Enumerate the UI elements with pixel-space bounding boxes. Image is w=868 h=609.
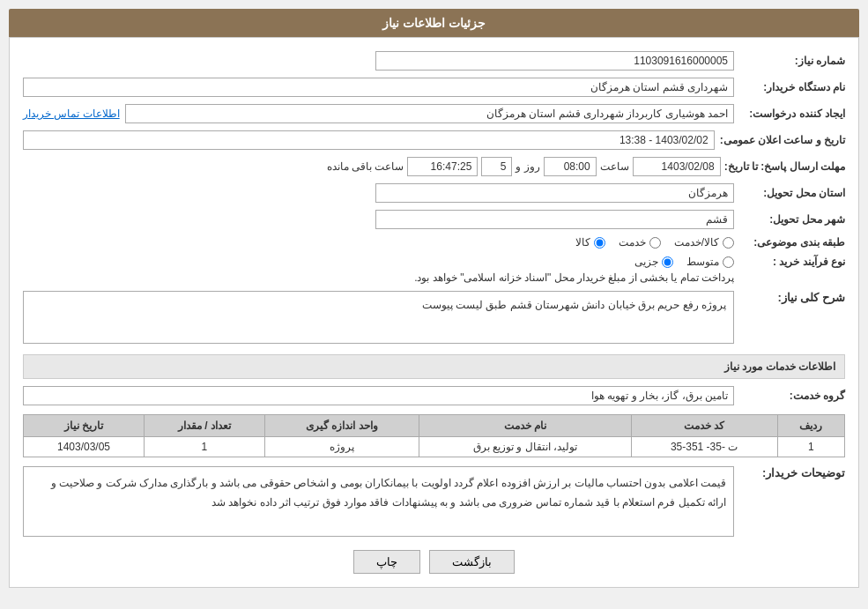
deadline-days-label: روز و [516, 160, 539, 173]
col-service-name: نام خدمت [419, 415, 631, 437]
announce-date-value: 1403/02/02 - 13:38 [23, 130, 715, 150]
buyer-org-label: نام دستگاه خریدار: [739, 81, 845, 93]
col-row-num: ردیف [777, 415, 844, 437]
province-value: هرمزگان [375, 183, 735, 203]
need-desc-label: شرح کلی نیاز: [739, 291, 845, 304]
services-table-section: ردیف کد خدمت نام خدمت واحد اندازه گیری ت… [23, 414, 845, 457]
city-value: قشم [375, 210, 735, 229]
category-option-khedmat[interactable]: خدمت [619, 236, 661, 249]
purchase-type-radio-group: متوسط جزیی [23, 256, 734, 268]
back-button[interactable]: بازگشت [429, 550, 515, 574]
buyer-org-value: شهرداری قشم استان هرمزگان [23, 78, 734, 97]
table-row: 1 ت -35- 351-35 تولید، انتقال و توزیع بر… [24, 437, 845, 457]
need-number-label: شماره نیاز: [739, 55, 845, 67]
cell-quantity: 1 [144, 437, 264, 457]
city-label: شهر محل تحویل: [739, 213, 845, 226]
category-kala-label: کالا [575, 236, 590, 249]
deadline-date: 1403/02/08 [633, 157, 721, 176]
deadline-remain: 16:47:25 [407, 157, 478, 176]
cell-need-date: 1403/03/05 [24, 437, 145, 457]
cell-service-code: ت -35- 351-35 [631, 437, 777, 457]
province-label: استان محل تحویل: [739, 187, 845, 199]
purchase-moderate-label: متوسط [686, 256, 719, 268]
page-title: جزئیات اطلاعات نیاز [9, 9, 859, 37]
print-button[interactable]: چاپ [353, 550, 420, 574]
deadline-time: 08:00 [544, 157, 597, 176]
col-service-code: کد خدمت [631, 415, 777, 437]
requester-label: ایجاد کننده درخواست: [739, 108, 845, 120]
service-group-value: تامین برق، گاز، بخار و تهویه هوا [23, 386, 734, 405]
deadline-remain-label: ساعت باقی مانده [327, 160, 404, 173]
category-label: طبقه بندی موضوعی: [739, 236, 845, 249]
category-option-kala[interactable]: کالا [575, 236, 605, 249]
announce-date-label: تاریخ و ساعت اعلان عمومی: [720, 134, 845, 146]
service-group-label: گروه خدمت: [739, 390, 845, 402]
col-quantity: تعداد / مقدار [144, 415, 264, 437]
category-option-kala-khedmat[interactable]: کالا/خدمت [674, 236, 734, 249]
cell-row-num: 1 [777, 437, 844, 457]
col-unit: واحد اندازه گیری [264, 415, 419, 437]
purchase-minor-label: جزیی [634, 256, 658, 268]
cell-service-name: تولید، انتقال و توزیع برق [419, 437, 631, 457]
buyer-notes-value: قیمت اعلامی بدون احتساب مالیات بر ارزش ا… [23, 466, 734, 537]
need-desc-value: پروژه رفع حریم برق خیابان دانش شهرستان ق… [23, 291, 734, 344]
requester-value: احمد هوشیاری کاربرداز شهرداری قشم استان … [125, 104, 734, 123]
buyer-notes-label: توضیحات خریدار: [739, 466, 845, 479]
deadline-time-label: ساعت [600, 160, 629, 173]
purchase-type-moderate[interactable]: متوسط [686, 256, 734, 268]
contact-link[interactable]: اطلاعات تماس خریدار [23, 108, 120, 120]
category-radio-group: کالا/خدمت خدمت کالا [575, 236, 734, 249]
services-table: ردیف کد خدمت نام خدمت واحد اندازه گیری ت… [23, 414, 845, 457]
category-khedmat-label: خدمت [619, 236, 646, 249]
button-row: بازگشت چاپ [23, 550, 845, 574]
services-section-title: اطلاعات خدمات مورد نیاز [23, 354, 845, 379]
col-need-date: تاریخ نیاز [24, 415, 145, 437]
purchase-type-label: نوع فرآیند خرید : [739, 256, 845, 268]
deadline-days: 5 [481, 157, 512, 176]
need-number-value: 1103091616000005 [375, 51, 735, 71]
category-kala-khedmat-label: کالا/خدمت [674, 236, 719, 249]
deadline-label: مهلت ارسال پاسخ: تا تاریخ: [724, 160, 845, 173]
purchase-type-note: پرداخت تمام یا بخشی از مبلغ خریدار محل "… [23, 271, 734, 284]
purchase-type-minor[interactable]: جزیی [634, 256, 673, 268]
cell-unit: پروژه [264, 437, 419, 457]
